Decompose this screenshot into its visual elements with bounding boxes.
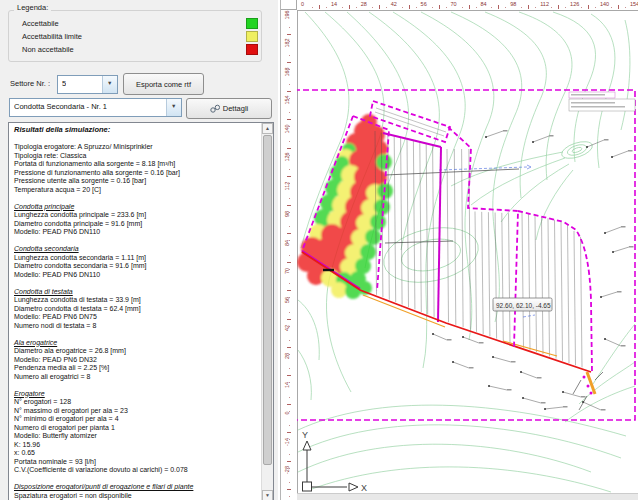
scroll-down-button[interactable]: ▼ [262,490,273,500]
ruler-left-label: 42 [284,319,290,337]
ruler-top-label: 84 [480,1,486,7]
sector-select[interactable]: 5 ▼ [57,75,118,94]
result-line: Risultati della simulazione: [14,126,260,135]
export-rtf-button[interactable]: Esporta come rtf [123,73,204,95]
axis-x-label: X [361,483,367,493]
details-button[interactable]: Dettagli [186,98,272,119]
pipe-select[interactable]: Condotta Secondaria - Nr. 1 ▼ [9,98,182,117]
result-line: Diametro condotta di testata = 62.4 [mm] [14,305,260,314]
result-line: Lunghezza condotta secondaria = 1.11 [m] [14,254,260,263]
details-label: Dettagli [223,104,248,113]
ruler-left-label: 168 [284,63,290,81]
result-line [14,194,260,203]
legend-swatch-red [246,44,258,55]
pipe-select-value: Condotta Secondaria - Nr. 1 [14,102,107,111]
title-block [569,92,635,111]
result-line: Diametro ala erogatrice = 26.8 [mm] [14,347,260,356]
result-line: C.V.(Coefficiente di variazione dovuto a… [14,466,260,475]
ruler-left-label: 126 [284,148,290,166]
ruler-top-label: 56 [421,1,427,7]
ruler-left-label: 154 [284,91,290,109]
result-line [14,237,260,246]
results-scrollbar[interactable]: ▲ ▼ [261,123,273,500]
result-line: Modello: PEAD PN6 DN75 [14,313,260,322]
ruler-left: 196182168154140126112988470564228140-14-… [281,10,298,500]
result-line: Erogatore [14,390,260,399]
ruler-top-label: 42 [391,1,397,7]
ruler-left-label: 14 [284,376,290,394]
ruler-left-label: -14 [284,433,290,451]
result-line: Modello: PEAD PN6 DN32 [14,356,260,365]
sector-label: Settore Nr. : [10,79,50,88]
result-line: Pressione utente alla sorgente = 0.16 [b… [14,177,260,186]
simulation-results-text: Risultati della simulazione: Tipologia e… [14,126,260,500]
map-scroll-strip[interactable] [297,493,638,500]
result-line: Portata di funzionamento alla sorgente =… [14,160,260,169]
result-line [14,279,260,288]
result-line: Pendenza media ali = 2.25 [%] [14,364,260,373]
result-line: Ala erogatrice [14,339,260,348]
ruler-top-label: 112 [540,1,549,7]
result-line: Condotta secondaria [14,245,260,254]
ruler-left-label: 140 [284,120,290,138]
result-line [14,475,260,484]
secondary-pipe [363,295,445,327]
result-line: N° massimo di erogatori per ala = 23 [14,407,260,416]
simulation-results-box[interactable]: Risultati della simulazione: Tipologia e… [8,122,274,500]
result-line [14,135,260,144]
ruler-left-label: 28 [284,347,290,365]
result-line [14,330,260,339]
ruler-left-label: 56 [284,291,290,309]
ruler-left-label: 0 [284,404,290,422]
result-line: Portata nominale = 93 [l/h] [14,458,260,467]
result-line: Modello: PEAD PN6 DN110 [14,271,260,280]
result-line: Tipologia erogatore: A Spruzzo/ Minispri… [14,143,260,152]
result-line: Tipologia rete: Classica [14,152,260,161]
result-line: Diametro condotta principale = 91.6 [mm] [14,220,260,229]
dropdown-arrow-icon[interactable]: ▼ [102,76,117,93]
legend-swatch-green [246,18,258,29]
result-line: Spaziatura erogatori = non disponibile [14,492,260,500]
ruler-left-label: -28 [284,461,290,479]
dropdown-arrow-icon[interactable]: ▼ [166,99,181,116]
ruler-top-label: 140 [600,1,609,7]
ruler-corner [281,0,297,10]
result-line: Condotta di testata [14,288,260,297]
details-icon [210,104,220,113]
scrollbar-thumb[interactable] [263,135,272,465]
ruler-top-label: 0 [301,1,304,7]
ruler-left-label: 70 [284,262,290,280]
ruler-top-label: 70 [451,1,457,7]
ruler-left-label: 98 [284,205,290,223]
application-window: Legenda: Accettabile Accettabilità limit… [0,0,638,500]
scroll-up-button[interactable]: ▲ [262,123,273,134]
result-line: Modello: PEAD PN6 DN110 [14,228,260,237]
map-canvas[interactable]: 92.60, 62.10, -4.65 Y X [297,10,638,494]
result-line: Modello: Butterfly atomizer [14,432,260,441]
ruler-left-label: 182 [284,34,290,52]
ruler-top-label: 126 [570,1,579,7]
legend-title: Legenda: [14,3,51,12]
ruler-left-label: 196 [284,10,290,24]
ruler-top-label: 28 [361,1,367,7]
legend-label-not-acceptable: Non accettabile [22,45,74,54]
result-line: x: 0.65 [14,449,260,458]
result-line: Disposizione erogatori/punti di erogazio… [14,483,260,492]
map-panel: 014284256708498112126140154 196182168154… [280,0,638,500]
axis-y-label: Y [302,430,308,440]
result-line: Numero ali erogatrici = 8 [14,373,260,382]
legend-label-limit: Accettabilità limite [22,32,82,41]
settings-panel: Legenda: Accettabile Accettabilità limit… [0,0,278,500]
ruler-left-label: 84 [284,234,290,252]
result-line: Numero di erogatori per pianta 1 [14,424,260,433]
axis-indicator: Y X [302,430,367,493]
export-rtf-label: Esporta come rtf [136,80,191,89]
ruler-top-label: 98 [510,1,516,7]
result-line: Diametro condotta secondaria = 91.6 [mm] [14,262,260,271]
result-line: N° minimo di erogatori per ala = 4 [14,415,260,424]
ruler-top-label: 154 [630,1,638,7]
coordinate-tooltip: 92.60, 62.10, -4.65 [493,298,552,311]
result-line: Pressione di funzionamento alla sorgente… [14,169,260,178]
result-line: Lunghezza condotta principale = 233.6 [m… [14,211,260,220]
result-line: N° erogatori = 128 [14,398,260,407]
